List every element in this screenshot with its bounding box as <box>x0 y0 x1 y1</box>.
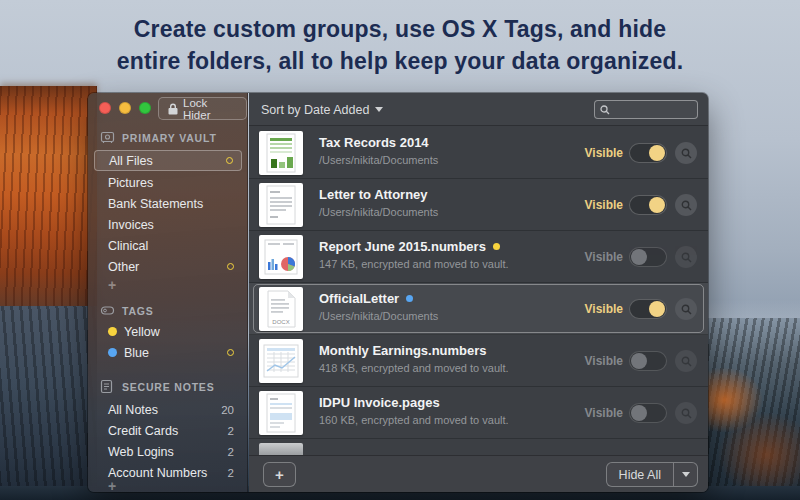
toolbar: Sort by Date Added <box>249 93 708 126</box>
sidebar-item-label: Account Numbers <box>108 466 207 480</box>
vault-icon <box>100 130 115 145</box>
count-badge: 2 <box>228 467 234 479</box>
visibility-label: Visible <box>585 283 623 335</box>
visibility-label: Visible <box>585 127 623 179</box>
hide-all-label: Hide All <box>607 463 673 486</box>
sidebar-item-label: Clinical <box>108 239 148 253</box>
file-status: 418 KB, encrypted and moved to vault. <box>319 362 509 374</box>
sidebar-item-pictures[interactable]: Pictures <box>94 172 242 193</box>
reveal-in-finder-button[interactable] <box>675 246 697 268</box>
lock-hider-button[interactable]: Lock Hider <box>158 97 247 120</box>
visibility-toggle[interactable] <box>629 247 667 267</box>
sidebar-item-all-notes[interactable]: All Notes 20 <box>94 399 242 420</box>
file-status: 160 KB, encrypted and moved to vault. <box>319 414 509 426</box>
sort-dropdown[interactable]: Sort by Date Added <box>261 93 383 126</box>
visibility-label: Visible <box>585 179 623 231</box>
plus-icon: + <box>275 466 284 483</box>
file-row-tax-records[interactable]: Tax Records 2014 /Users/nikita/Documents… <box>249 127 708 179</box>
sidebar-item-all-files[interactable]: All Files <box>94 150 242 171</box>
add-note-button[interactable]: + <box>94 480 242 492</box>
search-field[interactable] <box>594 100 698 119</box>
sidebar-item-bank-statements[interactable]: Bank Statements <box>94 193 242 214</box>
blue-tag-dot <box>406 295 413 302</box>
reveal-in-finder-button[interactable] <box>675 350 697 372</box>
sidebar-item-label: Web Logins <box>108 445 174 459</box>
zoom-button[interactable] <box>139 102 151 114</box>
reveal-in-finder-button[interactable] <box>675 402 697 424</box>
document-thumbnail-table <box>259 339 303 383</box>
section-title: SECURE NOTES <box>122 381 214 393</box>
file-path: /Users/nikita/Documents <box>319 310 438 322</box>
app-window: Lock Hider PRIMARY VAULT All Files Pictu… <box>88 93 708 492</box>
wallpaper-mountain <box>705 318 800 500</box>
sidebar-item-tag-yellow[interactable]: Yellow <box>94 321 242 342</box>
yellow-ring-indicator <box>227 349 234 356</box>
sidebar: Lock Hider PRIMARY VAULT All Files Pictu… <box>88 93 248 492</box>
file-row-idpu-invoice[interactable]: IDPU Invoice.pages 160 KB, encrypted and… <box>249 387 708 439</box>
toggle-knob <box>649 301 665 317</box>
add-group-button[interactable]: + <box>94 277 242 293</box>
toggle-knob <box>649 145 665 161</box>
file-row-letter-attorney[interactable]: Letter to Attorney /Users/nikita/Documen… <box>249 179 708 231</box>
visibility-toggle[interactable] <box>629 143 667 163</box>
sidebar-item-clinical[interactable]: Clinical <box>94 235 242 256</box>
count-badge: 2 <box>228 446 234 458</box>
sidebar-item-web-logins[interactable]: Web Logins 2 <box>94 441 242 462</box>
blue-tag-dot <box>108 348 117 357</box>
document-thumbnail-letter <box>259 183 303 227</box>
visibility-label: Visible <box>585 231 623 283</box>
visibility-toggle[interactable] <box>629 351 667 371</box>
main-area: Sort by Date Added Tax Records 2014 /Use… <box>249 93 708 492</box>
close-button[interactable] <box>99 102 111 114</box>
section-header-secure-notes: SECURE NOTES <box>100 379 214 394</box>
section-header-primary-vault: PRIMARY VAULT <box>100 130 217 145</box>
add-file-button[interactable]: + <box>263 462 296 487</box>
hide-all-dropdown-arrow[interactable] <box>673 463 697 486</box>
minimize-button[interactable] <box>119 102 131 114</box>
bottom-bar: + Hide All <box>249 455 708 492</box>
file-status: 147 KB, encrypted and moved to vault. <box>319 258 509 270</box>
headline-line1: Create custom groups, use OS X Tags, and… <box>0 13 800 45</box>
toggle-knob <box>649 197 665 213</box>
sidebar-item-other[interactable]: Other <box>94 256 242 277</box>
count-badge: 2 <box>228 425 234 437</box>
file-name: Monthly Earnings.numbers <box>319 343 487 358</box>
section-header-tags: TAGS <box>100 303 154 318</box>
file-path: /Users/nikita/Documents <box>319 154 438 166</box>
reveal-in-finder-button[interactable] <box>675 298 697 320</box>
file-list: Tax Records 2014 /Users/nikita/Documents… <box>249 127 708 455</box>
file-row-monthly-earnings[interactable]: Monthly Earnings.numbers 418 KB, encrypt… <box>249 335 708 387</box>
visibility-toggle[interactable] <box>629 195 667 215</box>
lock-icon <box>168 103 178 115</box>
wallpaper-rock <box>0 306 97 500</box>
sidebar-item-tag-blue[interactable]: Blue <box>94 342 242 363</box>
count-badge: 20 <box>221 404 234 416</box>
file-row-report-june[interactable]: Report June 2015.numbers 147 KB, encrypt… <box>249 231 708 283</box>
visibility-toggle[interactable] <box>629 403 667 423</box>
note-icon <box>100 379 115 394</box>
visibility-toggle[interactable] <box>629 299 667 319</box>
section-title: TAGS <box>122 305 154 317</box>
file-row-official-letter[interactable]: DOCX OfficialLetter /Users/nikita/Docume… <box>249 283 708 335</box>
sidebar-item-label: All Files <box>109 154 153 168</box>
sort-label: Sort by Date Added <box>261 103 369 117</box>
marketing-headline: Create custom groups, use OS X Tags, and… <box>0 13 800 77</box>
plus-icon: + <box>108 478 116 492</box>
search-input[interactable] <box>614 104 692 116</box>
sidebar-item-label: All Notes <box>108 403 158 417</box>
file-path: /Users/nikita/Documents <box>319 206 438 218</box>
yellow-ring-indicator <box>227 263 234 270</box>
file-name: Tax Records 2014 <box>319 135 429 150</box>
document-thumbnail-partial <box>259 443 303 455</box>
sidebar-item-label: Other <box>108 260 139 274</box>
headline-line2: entire folders, all to help keep your da… <box>0 45 800 77</box>
file-name: IDPU Invoice.pages <box>319 395 440 410</box>
reveal-in-finder-button[interactable] <box>675 142 697 164</box>
reveal-in-finder-button[interactable] <box>675 194 697 216</box>
section-title: PRIMARY VAULT <box>122 132 217 144</box>
sidebar-item-label: Yellow <box>124 325 160 339</box>
toggle-knob <box>631 405 647 421</box>
sidebar-item-credit-cards[interactable]: Credit Cards 2 <box>94 420 242 441</box>
hide-all-button[interactable]: Hide All <box>606 462 698 487</box>
sidebar-item-invoices[interactable]: Invoices <box>94 214 242 235</box>
